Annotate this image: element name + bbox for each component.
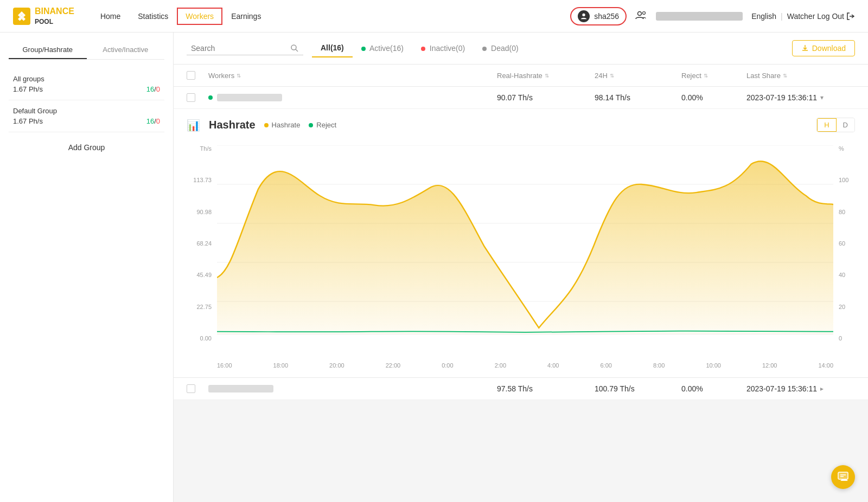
row1-checkbox[interactable]: [187, 93, 195, 102]
table-row-1: 90.07 Th/s 98.14 Th/s 0.00% 2023-07-19 1…: [174, 87, 868, 109]
filter-tab-all[interactable]: All(16): [312, 39, 353, 57]
row2-real-hashrate: 97.58 Th/s: [497, 384, 595, 393]
logout-icon: [846, 12, 855, 21]
group-default[interactable]: Default Group 1.67 Ph/s 16/0: [9, 100, 164, 132]
nav-home[interactable]: Home: [92, 8, 129, 25]
row2-expand-icon[interactable]: ▸: [820, 385, 824, 392]
y-axis-right: % 100 80 60 40 20 0: [835, 145, 855, 342]
header-right: sha256 English | Watcher Log Out: [570, 7, 855, 25]
nav-earnings[interactable]: Earnings: [222, 8, 270, 25]
col-last-share[interactable]: Last Share ⇅: [746, 72, 855, 80]
legend-hashrate-dot: [264, 123, 269, 127]
row1-real-hashrate: 90.07 Th/s: [497, 93, 595, 102]
group-default-hashrate: 1.67 Ph/s: [13, 117, 43, 125]
search-input[interactable]: [191, 44, 286, 53]
y-axis-left: Th/s 113.73 90.98 68.24 45.49 22.75 0.00: [187, 145, 215, 342]
workers-sort-icon: ⇅: [237, 73, 241, 79]
col-reject[interactable]: Reject ⇅: [681, 72, 746, 80]
hashrate-sort-icon: ⇅: [545, 73, 549, 79]
group-all-stats: 1.67 Ph/s 16/0: [13, 85, 160, 93]
hashrate-chart-svg: [217, 145, 833, 340]
account-avatar-icon: [580, 12, 588, 20]
filter-tab-dead[interactable]: Dead(0): [474, 40, 527, 57]
sidebar-tab-group-hashrate[interactable]: Group/Hashrate: [9, 41, 87, 59]
col-real-hashrate[interactable]: Real-Hashrate ⇅: [497, 72, 595, 80]
search-icon: [290, 44, 299, 53]
chart-icon: 📊: [187, 119, 200, 132]
inactive-dot: [421, 47, 425, 51]
main-content: All(16) Active(16) Inactive(0) Dead(0) D…: [174, 33, 868, 502]
search-box: [187, 42, 303, 55]
table-header-row: Workers ⇅ Real-Hashrate ⇅ 24H ⇅ Reject ⇅…: [174, 65, 868, 87]
sidebar: Group/Hashrate Active/Inactive All group…: [0, 33, 174, 502]
row1-name-redacted: [217, 94, 282, 101]
add-group-button[interactable]: Add Group: [9, 137, 164, 158]
row2-last-share: 2023-07-19 15:36:11 ▸: [746, 384, 855, 393]
legend-hashrate: Hashrate: [264, 121, 301, 129]
header: BINANCE POOL Home Statistics Workers Ear…: [0, 0, 868, 33]
legend-reject: Reject: [309, 121, 336, 129]
group-default-stats: 1.67 Ph/s 16/0: [13, 117, 160, 125]
col-24h[interactable]: 24H ⇅: [595, 72, 681, 80]
chart-time-buttons: H D: [816, 118, 855, 132]
workers-table: Workers ⇅ Real-Hashrate ⇅ 24H ⇅ Reject ⇅…: [174, 65, 868, 400]
row1-expand-icon[interactable]: ▾: [820, 94, 824, 101]
group-all-name: All groups: [13, 75, 160, 83]
divider: |: [781, 12, 783, 21]
main-nav: Home Statistics Workers Earnings: [92, 8, 270, 25]
row1-status-dot: [208, 95, 213, 100]
chat-fab-button[interactable]: [831, 465, 855, 489]
users-svg: [635, 9, 647, 21]
sidebar-tabs: Group/Hashrate Active/Inactive: [9, 41, 164, 60]
download-icon: [801, 44, 809, 52]
col-workers[interactable]: Workers ⇅: [208, 72, 497, 80]
filter-tab-inactive[interactable]: Inactive(0): [412, 40, 474, 57]
x-axis-labels: 16:00 18:00 20:00 22:00 0:00 2:00 4:00 6…: [217, 362, 833, 369]
dead-dot: [482, 47, 487, 51]
logout-button[interactable]: Watcher Log Out: [787, 12, 855, 21]
nav-statistics[interactable]: Statistics: [129, 8, 177, 25]
svg-point-7: [583, 13, 585, 16]
table-row-2: 97.58 Th/s 100.79 Th/s 0.00% 2023-07-19 …: [174, 378, 868, 400]
download-button[interactable]: Download: [792, 40, 855, 56]
svg-point-9: [643, 12, 646, 15]
language-label[interactable]: English: [751, 12, 776, 21]
chart-title: Hashrate: [209, 119, 256, 131]
row2-name-redacted: [208, 385, 273, 392]
users-icon[interactable]: [635, 9, 647, 23]
last-share-sort-icon: ⇅: [783, 73, 787, 79]
24h-sort-icon: ⇅: [610, 73, 614, 79]
svg-line-11: [296, 49, 298, 52]
group-all[interactable]: All groups 1.67 Ph/s 16/0: [9, 68, 164, 100]
account-name: sha256: [594, 12, 619, 21]
svg-point-8: [638, 12, 642, 16]
chart-section: 📊 Hashrate Hashrate Reject H: [174, 109, 868, 378]
filter-bar: All(16) Active(16) Inactive(0) Dead(0) D…: [174, 33, 868, 65]
chart-container: Th/s 113.73 90.98 68.24 45.49 22.75 0.00…: [187, 141, 855, 369]
account-badge[interactable]: sha256: [570, 7, 627, 25]
row2-24h: 100.79 Th/s: [595, 384, 681, 393]
time-btn-h[interactable]: H: [817, 118, 836, 132]
chart-legend: Hashrate Reject: [264, 121, 337, 129]
reject-sort-icon: ⇅: [704, 73, 708, 79]
row1-worker-name: [208, 94, 497, 101]
active-dot: [361, 47, 366, 51]
nav-workers[interactable]: Workers: [177, 8, 222, 25]
row1-reject: 0.00%: [681, 93, 746, 102]
select-all-checkbox[interactable]: [187, 71, 195, 80]
group-default-workers: 16/0: [146, 117, 160, 125]
filter-tab-active[interactable]: Active(16): [353, 40, 412, 57]
svg-point-10: [291, 45, 296, 50]
group-all-hashrate: 1.67 Ph/s: [13, 85, 43, 93]
row2-checkbox[interactable]: [187, 384, 195, 393]
row1-24h: 98.14 Th/s: [595, 93, 681, 102]
logo: BINANCE POOL: [13, 7, 74, 25]
legend-reject-dot: [309, 123, 313, 127]
sidebar-tab-active-inactive[interactable]: Active/Inactive: [87, 41, 165, 59]
row2-worker-name: [208, 385, 497, 392]
filter-tabs: All(16) Active(16) Inactive(0) Dead(0): [312, 39, 527, 57]
layout: Group/Hashrate Active/Inactive All group…: [0, 33, 868, 502]
chart-header: 📊 Hashrate Hashrate Reject H: [187, 118, 855, 132]
group-all-workers: 16/0: [146, 85, 160, 93]
time-btn-d[interactable]: D: [837, 118, 854, 132]
